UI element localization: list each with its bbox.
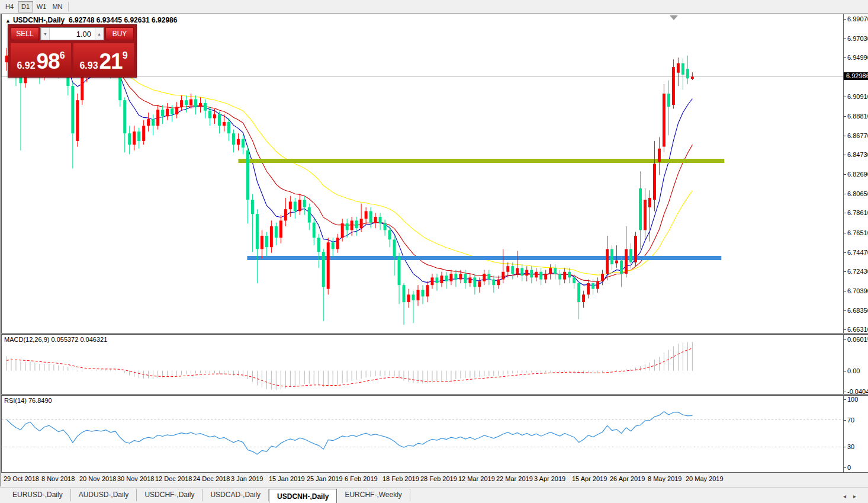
- buy-price-point: 9: [123, 50, 128, 61]
- candle-body: [365, 211, 368, 219]
- candle-body: [412, 294, 415, 300]
- macd-axis: 0.0601590.00-0.040407: [844, 334, 868, 395]
- rsi-line: [7, 412, 692, 454]
- tab-scroll-right-icon[interactable]: ▸: [853, 493, 863, 499]
- chart-tab-audusd-daily[interactable]: AUDUSD-,Daily: [71, 489, 137, 501]
- symbol-tabbar: EURUSD-,DailyAUDUSD-,DailyUSDCHF-,DailyU…: [0, 488, 868, 503]
- volume-input[interactable]: 1.00: [50, 28, 95, 40]
- candle-body: [388, 230, 391, 239]
- axis-tick-label: 6.86770: [844, 133, 868, 139]
- candle-body: [327, 242, 330, 289]
- axis-tick-label: 6.97030: [844, 36, 868, 42]
- candle-body: [449, 274, 452, 281]
- candle-body: [242, 139, 245, 148]
- chart-tab-usdcnh-daily[interactable]: USDCNH-,Daily: [269, 489, 337, 503]
- candle-body: [501, 272, 504, 280]
- timeframe-button-w1[interactable]: W1: [34, 1, 49, 12]
- candle-body: [284, 209, 287, 220]
- axis-tick-label: 6.76510: [844, 230, 868, 236]
- candle-body: [573, 277, 576, 283]
- date-axis-label: 8 Nov 2018: [41, 475, 75, 482]
- candle-body: [152, 119, 155, 126]
- candle-body: [128, 133, 131, 145]
- buy-price-display[interactable]: 6.93 21 9: [73, 43, 134, 75]
- macd-pane[interactable]: MACD(12,26,9) 0.055372 0.046321: [1, 334, 844, 395]
- candle-body: [478, 281, 481, 287]
- candle-body: [473, 277, 476, 287]
- candle-body: [440, 275, 443, 283]
- candle-body: [142, 126, 145, 141]
- candle-body: [237, 139, 240, 145]
- candle-body: [251, 200, 254, 214]
- timeframe-button-mn[interactable]: MN: [50, 1, 65, 12]
- candle-body: [568, 272, 571, 278]
- candle-body: [648, 198, 651, 207]
- candle-body: [166, 109, 169, 117]
- date-axis-label: 18 Feb 2019: [382, 475, 419, 482]
- chart-symbol-label: USDCNH-,Daily: [13, 16, 65, 24]
- candle-body: [185, 100, 188, 105]
- volume-decrease-icon[interactable]: ▼: [41, 28, 50, 40]
- volume-increase-icon[interactable]: ▲: [95, 28, 104, 40]
- chart-tab-usdchf-daily[interactable]: USDCHF-,Daily: [137, 489, 202, 501]
- timeframe-button-h4[interactable]: H4: [2, 1, 17, 12]
- candle-body: [663, 94, 666, 147]
- chart-ohlc-values: 6.92748 6.93445 6.92631 6.92986: [69, 16, 178, 24]
- price-chart-pane[interactable]: ▲USDCNH-,Daily 6.92748 6.93445 6.92631 6…: [1, 14, 844, 334]
- candle-body: [393, 239, 396, 257]
- candle-body: [81, 76, 83, 100]
- rsi-pane[interactable]: RSI(14) 76.8490: [1, 395, 844, 473]
- chart-tab-eurchf-weekly[interactable]: EURCHF-,Weekly: [337, 489, 410, 501]
- candle-body: [454, 274, 457, 280]
- chart-tab-usdcad-daily[interactable]: USDCAD-,Daily: [202, 489, 269, 501]
- candle-body: [535, 272, 538, 278]
- candle-body: [430, 277, 433, 285]
- candle-body: [606, 249, 609, 274]
- axis-tick-label: 6.72430: [844, 268, 868, 275]
- chart-title: ▲USDCNH-,Daily 6.92748 6.93445 6.92631 6…: [5, 16, 177, 24]
- axis-tick-label: 30: [844, 444, 854, 450]
- date-axis-label: 25 Jan 2019: [307, 475, 343, 482]
- timeframe-button-d1[interactable]: D1: [18, 1, 33, 12]
- axis-tick-label: 0.060159: [844, 337, 868, 343]
- candle-body: [422, 290, 425, 296]
- sell-button[interactable]: SELL: [11, 27, 39, 40]
- candle-body: [667, 94, 670, 107]
- candle-body: [213, 114, 216, 118]
- candle-body: [332, 242, 335, 249]
- chart-tab-eurusd-daily[interactable]: EURUSD-,Daily: [5, 489, 71, 501]
- candle-body: [133, 132, 136, 145]
- candle-body: [303, 200, 306, 207]
- candle-body: [634, 236, 637, 262]
- sell-price-display[interactable]: 6.92 98 6: [11, 43, 71, 75]
- candle-body: [497, 280, 500, 286]
- rsi-chart: [2, 396, 843, 473]
- candle-body: [279, 220, 282, 238]
- candle-body: [629, 249, 632, 262]
- candle-body: [374, 217, 377, 223]
- candle-body: [601, 274, 604, 281]
- chart-window: ▲USDCNH-,Daily 6.92748 6.93445 6.92631 6…: [0, 14, 868, 486]
- date-axis-label: 22 Mar 2019: [496, 475, 533, 482]
- candle-body: [161, 110, 164, 116]
- candle-body: [530, 270, 533, 278]
- collapse-trade-panel-icon[interactable]: ▲: [5, 18, 11, 24]
- axis-tick-label: 6.94990: [844, 55, 868, 61]
- date-axis-label: 30 Nov 2018: [117, 475, 154, 482]
- candle-body: [317, 238, 320, 252]
- axis-tick-label: 6.78610: [844, 210, 868, 216]
- candle-body: [275, 226, 278, 238]
- candle-body: [677, 63, 680, 73]
- axis-tick-label: 6.90910: [844, 94, 868, 100]
- candle-body: [506, 266, 509, 272]
- scroll-to-end-icon[interactable]: [670, 15, 678, 20]
- tab-scroll-left-icon[interactable]: ◂: [843, 493, 853, 499]
- buy-button[interactable]: BUY: [105, 27, 134, 40]
- candle-body: [464, 274, 467, 283]
- one-click-trade-panel: SELL ▼ 1.00 ▲ BUY 6.92 98 6 6.93: [8, 24, 137, 78]
- candle-body: [384, 223, 387, 230]
- volume-stepper: ▼ 1.00 ▲: [40, 27, 104, 40]
- axis-tick-label: 6.74470: [844, 249, 868, 256]
- macd-signal-line: [7, 348, 692, 387]
- rsi-label: RSI(14) 76.8490: [4, 397, 52, 404]
